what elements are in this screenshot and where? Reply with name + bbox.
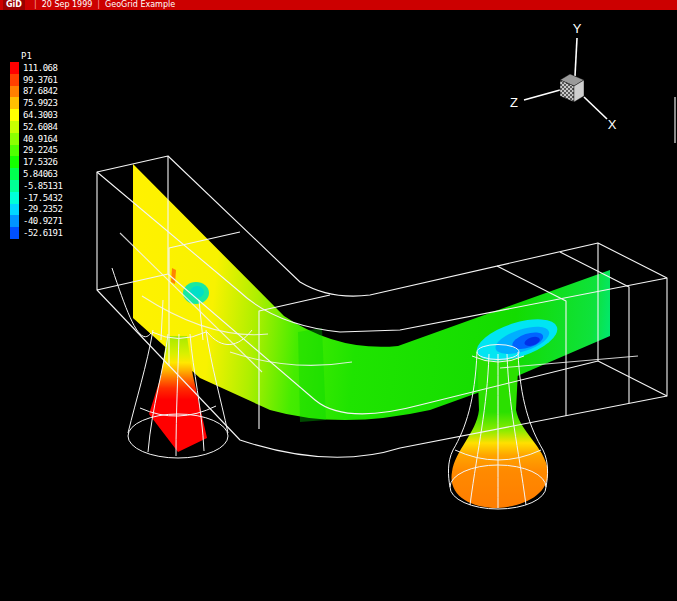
legend-color-swatch bbox=[10, 133, 19, 145]
legend-color-swatch bbox=[10, 62, 19, 74]
legend-color-swatch bbox=[10, 121, 19, 133]
x-axis-line bbox=[584, 97, 607, 119]
legend-entry: -17.5432 bbox=[10, 192, 62, 204]
title-bar: GiD | 20 Sep 1999 | GeoGrid Example bbox=[0, 0, 677, 10]
application-window: GiD | 20 Sep 1999 | GeoGrid Example P1 1… bbox=[0, 0, 677, 601]
date-label: 20 Sep 1999 bbox=[42, 0, 93, 10]
legend-entry: 87.6842 bbox=[10, 86, 62, 98]
legend-color-swatch bbox=[10, 180, 19, 192]
legend-entry: 29.2245 bbox=[10, 145, 62, 157]
teal-contour-spot bbox=[183, 282, 209, 304]
legend-entry: 75.9923 bbox=[10, 97, 62, 109]
legend-value: 17.5326 bbox=[23, 157, 57, 167]
legend-value: 87.6842 bbox=[23, 86, 57, 96]
render-viewport[interactable]: Y Z X bbox=[0, 0, 677, 601]
legend-value: -52.6191 bbox=[23, 228, 62, 238]
z-axis-label: Z bbox=[510, 95, 518, 110]
separator: | bbox=[34, 0, 37, 10]
legend-color-swatch bbox=[10, 192, 19, 204]
legend-value: -17.5432 bbox=[23, 193, 62, 203]
legend-color-swatch bbox=[10, 215, 19, 227]
contour-legend: P1 111.06899.376187.684275.992364.300352… bbox=[10, 50, 62, 239]
document-title: GeoGrid Example bbox=[105, 0, 175, 10]
legend-value: 40.9164 bbox=[23, 134, 57, 144]
axis-triad: Y Z X bbox=[510, 21, 617, 132]
separator: | bbox=[97, 0, 100, 10]
legend-color-swatch bbox=[10, 156, 19, 168]
z-axis-line bbox=[524, 90, 560, 100]
legend-color-swatch bbox=[10, 227, 19, 239]
legend-value: 111.068 bbox=[23, 63, 57, 73]
legend-entry: -52.6191 bbox=[10, 227, 62, 239]
legend-entry: 40.9164 bbox=[10, 133, 62, 145]
legend-value: -40.9271 bbox=[23, 216, 62, 226]
y-axis-label: Y bbox=[573, 21, 582, 36]
contour-shade-streak bbox=[298, 328, 326, 422]
legend-value: 75.9923 bbox=[23, 98, 57, 108]
legend-entry: 64.3003 bbox=[10, 109, 62, 121]
x-axis-label: X bbox=[608, 117, 617, 132]
legend-value: 99.3761 bbox=[23, 75, 57, 85]
legend-entries: 111.06899.376187.684275.992364.300352.60… bbox=[10, 62, 62, 239]
legend-value: 64.3003 bbox=[23, 110, 57, 120]
legend-entry: 5.84063 bbox=[10, 168, 62, 180]
legend-value: -5.85131 bbox=[23, 181, 62, 191]
legend-color-swatch bbox=[10, 74, 19, 86]
legend-color-swatch bbox=[10, 97, 19, 109]
legend-value: -29.2352 bbox=[23, 204, 62, 214]
legend-entry: 111.068 bbox=[10, 62, 62, 74]
legend-value: 29.2245 bbox=[23, 145, 57, 155]
legend-entry: 52.6084 bbox=[10, 121, 62, 133]
legend-value: 52.6084 bbox=[23, 122, 57, 132]
legend-entry: -29.2352 bbox=[10, 204, 62, 216]
y-axis-line bbox=[575, 38, 577, 76]
legend-entry: -40.9271 bbox=[10, 215, 62, 227]
legend-entry: 17.5326 bbox=[10, 156, 62, 168]
legend-value: 5.84063 bbox=[23, 169, 57, 179]
triad-cube bbox=[560, 74, 584, 102]
legend-color-swatch bbox=[10, 204, 19, 216]
legend-entry: -5.85131 bbox=[10, 180, 62, 192]
legend-color-swatch bbox=[10, 86, 19, 98]
legend-color-swatch bbox=[10, 109, 19, 121]
legend-color-swatch bbox=[10, 168, 19, 180]
legend-entry: 99.3761 bbox=[10, 74, 62, 86]
app-name: GiD bbox=[3, 0, 25, 10]
legend-color-swatch bbox=[10, 145, 19, 157]
legend-title: P1 bbox=[21, 50, 62, 62]
